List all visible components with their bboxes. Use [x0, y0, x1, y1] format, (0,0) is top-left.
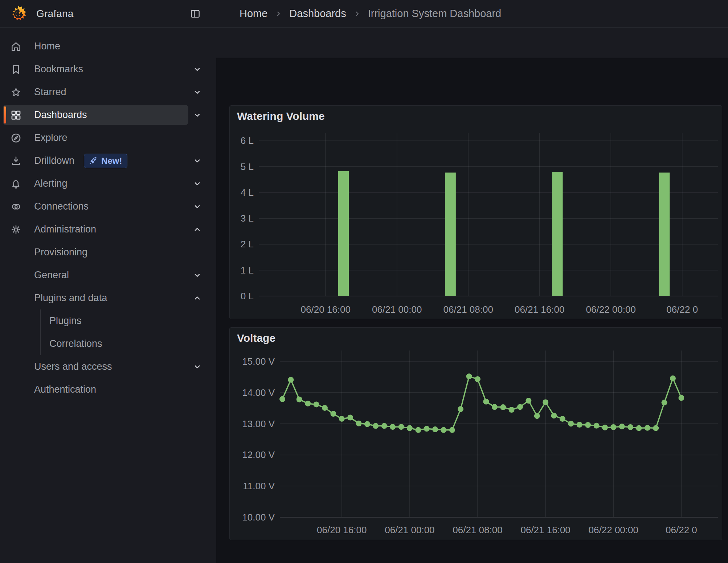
sidebar-item-correlations[interactable]: Correlations — [0, 332, 216, 355]
sidebar-item-label: Dashboards — [34, 109, 87, 121]
chevron-down-icon[interactable] — [192, 156, 202, 166]
panel-title[interactable]: Voltage — [237, 332, 275, 344]
x-tick-label: 06/21 00:00 — [372, 304, 422, 315]
y-tick-label: 10.00 V — [242, 512, 275, 523]
y-tick-label: 12.00 V — [242, 449, 275, 461]
y-tick-label: 11.00 V — [243, 481, 275, 492]
x-tick-label: 06/21 08:00 — [443, 304, 493, 315]
sidebar-item-label: Authentication — [34, 384, 96, 395]
sidebar-item-plugins-and-data[interactable]: Plugins and data — [0, 287, 216, 309]
x-tick-label: 06/22 00:00 — [589, 524, 638, 536]
bookmark-icon — [9, 63, 23, 76]
sidebar-item-label: Plugins and data — [34, 292, 107, 304]
sidebar-item-label: Administration — [34, 224, 96, 235]
sidebar-item-home[interactable]: Home — [0, 35, 216, 58]
chevron-down-icon[interactable] — [192, 270, 202, 280]
sidebar-item-label: Correlations — [49, 338, 102, 349]
panel-voltage: Voltage 10.00 V11.00 V12.00 V13.00 V14.0… — [229, 327, 722, 540]
chevron-down-icon[interactable] — [192, 179, 202, 189]
watering-volume-chart[interactable] — [259, 133, 718, 296]
sidebar-item-label: Plugins — [49, 315, 82, 327]
sidebar-item-label: Alerting — [34, 178, 68, 189]
x-tick-label: 06/22 00:00 — [586, 304, 636, 315]
sidebar-item-administration[interactable]: Administration — [0, 218, 216, 241]
sidebar-item-provisioning[interactable]: Provisioning — [0, 241, 216, 264]
sidebar-item-label: Bookmarks — [34, 64, 83, 75]
gear-icon — [9, 223, 23, 236]
top-header: Grafana Home Dashboards Irrigation Syste… — [0, 0, 728, 28]
sidebar-item-connections[interactable]: Connections — [0, 195, 216, 218]
brand-title: Grafana — [36, 8, 74, 20]
chevron-up-icon[interactable] — [192, 293, 202, 303]
new-badge: New! — [84, 154, 127, 168]
connections-icon — [9, 200, 23, 213]
voltage-chart[interactable] — [280, 351, 718, 517]
voltage-x-axis: 06/20 16:0006/21 00:0006/21 08:0006/21 1… — [280, 522, 718, 537]
compass-icon — [9, 131, 23, 145]
watering-volume-y-axis: 0 L1 L2 L3 L4 L5 L6 L — [230, 133, 254, 296]
sidebar-item-dashboards[interactable]: Dashboards — [0, 104, 216, 126]
dashboard-canvas: Watering Volume 0 L1 L2 L3 L4 L5 L6 L 06… — [216, 58, 728, 563]
sidebar-item-label: Home — [34, 41, 60, 52]
sidebar-item-alerting[interactable]: Alerting — [0, 172, 216, 195]
home-icon — [9, 40, 23, 53]
sidebar-item-explore[interactable]: Explore — [0, 126, 216, 149]
sidebar-collapse-button[interactable] — [188, 7, 203, 21]
star-icon — [9, 86, 23, 99]
x-tick-label: 06/21 00:00 — [385, 524, 434, 536]
chevron-down-icon[interactable] — [192, 64, 202, 74]
y-tick-label: 0 L — [241, 291, 254, 302]
sidebar-item-label: Drilldown — [34, 155, 74, 166]
y-tick-label: 1 L — [241, 264, 254, 276]
sidebar-item-label: Provisioning — [34, 247, 87, 258]
sidebar-item-drilldown[interactable]: DrilldownNew! — [0, 149, 216, 172]
chevron-down-icon[interactable] — [192, 110, 202, 120]
watering-volume-x-axis: 06/20 16:0006/21 00:0006/21 08:0006/21 1… — [259, 302, 718, 316]
panel-watering-volume: Watering Volume 0 L1 L2 L3 L4 L5 L6 L 06… — [229, 105, 722, 319]
sidebar-header: Grafana — [0, 0, 216, 27]
x-tick-label: 06/20 16:00 — [317, 524, 367, 536]
new-badge-label: New! — [101, 156, 122, 166]
x-tick-label: 06/22 0 — [666, 524, 697, 536]
sidebar-item-label: General — [34, 270, 69, 281]
chevron-right-icon — [274, 9, 283, 18]
y-tick-label: 3 L — [241, 213, 254, 224]
x-tick-label: 06/21 16:00 — [520, 524, 570, 536]
drilldown-icon — [9, 154, 23, 167]
x-tick-label: 06/21 08:00 — [453, 524, 502, 536]
sidebar-item-label: Connections — [34, 201, 89, 212]
sidebar-item-general[interactable]: General — [0, 264, 216, 287]
chevron-up-icon[interactable] — [192, 224, 202, 234]
x-tick-label: 06/20 16:00 — [301, 304, 351, 315]
y-tick-label: 5 L — [241, 161, 254, 172]
grafana-logo-icon[interactable] — [9, 5, 28, 23]
sidebar-item-plugins[interactable]: Plugins — [0, 309, 216, 332]
indent-guide — [40, 309, 41, 332]
voltage-y-axis: 10.00 V11.00 V12.00 V13.00 V14.00 V15.00… — [230, 351, 275, 517]
sidebar-item-authentication[interactable]: Authentication — [0, 378, 216, 401]
breadcrumb-dashboards[interactable]: Dashboards — [289, 8, 346, 20]
dashboards-icon — [9, 109, 23, 122]
chevron-down-icon[interactable] — [192, 202, 202, 211]
sidebar-item-label: Explore — [34, 132, 68, 143]
y-tick-label: 14.00 V — [242, 387, 275, 398]
panel-title[interactable]: Watering Volume — [237, 110, 325, 122]
sidebar-item-starred[interactable]: Starred — [0, 81, 216, 104]
breadcrumb: Home Dashboards Irrigation System Dashbo… — [216, 0, 501, 27]
rocket-icon — [88, 156, 98, 166]
sidebar-item-label: Users and access — [34, 361, 112, 372]
x-tick-label: 06/21 16:00 — [515, 304, 564, 315]
chevron-down-icon[interactable] — [192, 362, 202, 372]
indent-guide — [40, 332, 41, 355]
y-tick-label: 6 L — [241, 135, 254, 146]
y-tick-label: 4 L — [241, 187, 254, 198]
chevron-down-icon[interactable] — [192, 87, 202, 97]
dashboard-toolbar — [216, 28, 728, 58]
chevron-right-icon — [353, 9, 361, 18]
y-tick-label: 15.00 V — [242, 356, 275, 367]
sidebar-item-bookmarks[interactable]: Bookmarks — [0, 58, 216, 81]
sidebar-item-users-and-access[interactable]: Users and access — [0, 355, 216, 378]
breadcrumb-home[interactable]: Home — [240, 8, 267, 20]
y-tick-label: 2 L — [241, 239, 254, 250]
bell-icon — [9, 177, 23, 190]
